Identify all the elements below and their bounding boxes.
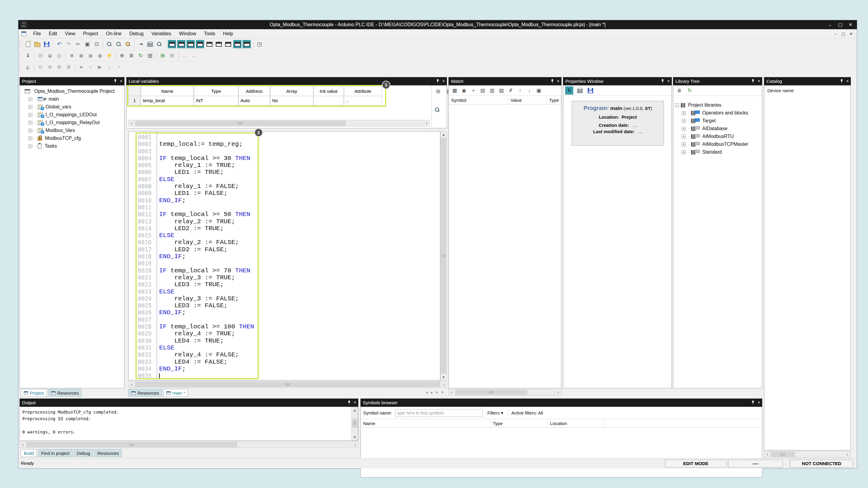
toolbar-handle[interactable] — [20, 63, 22, 71]
tree-item-main[interactable]: +Pmain — [21, 95, 124, 103]
toggle-device-panel-icon[interactable] — [215, 40, 223, 48]
navigate-forward-icon[interactable]: → — [190, 52, 198, 60]
code-line[interactable]: LED2 := TRUE; — [159, 225, 254, 232]
tree-item-global_vars[interactable]: +Global_vars — [21, 103, 124, 111]
call-tree-icon[interactable]: ≣ — [64, 63, 73, 71]
tab-findinproject[interactable]: Find in project — [38, 449, 72, 457]
tab-project[interactable]: Project — [21, 389, 47, 397]
library-root-item[interactable]: −Project libraries — [675, 101, 762, 109]
import-objects-icon[interactable]: ⇥ — [136, 40, 145, 48]
clear-watch-icon[interactable]: ✗ — [507, 87, 515, 95]
code-line[interactable]: LED1 := FALSE; — [159, 190, 254, 197]
code-line[interactable]: ELSE — [159, 344, 254, 351]
find-icon[interactable] — [105, 40, 113, 48]
new-project-icon[interactable] — [24, 40, 32, 48]
expand-icon[interactable]: + — [28, 144, 32, 148]
device-link-icon[interactable]: ⊟ — [36, 52, 44, 60]
code-line[interactable] — [159, 134, 254, 141]
watch-animation-icon[interactable]: ◉ — [77, 52, 85, 60]
tab-build[interactable]: Build — [21, 449, 37, 457]
library-item-aidatabase[interactable]: +AIDatabase — [675, 125, 762, 133]
pin-icon[interactable] — [551, 79, 554, 83]
expand-icon[interactable]: + — [28, 105, 32, 109]
tab-resources[interactable]: Resources — [94, 449, 122, 457]
code-line[interactable]: relay_4 := FALSE; — [159, 351, 254, 358]
find-in-project-icon[interactable] — [124, 40, 132, 48]
tab-list-icon[interactable]: ▾ — [436, 390, 438, 395]
code-line[interactable]: relay_3 := FALSE; — [159, 295, 254, 302]
menu-edit[interactable]: Edit — [45, 29, 61, 38]
close-icon[interactable]: × — [557, 77, 559, 85]
step-into-icon[interactable]: ↓ — [105, 63, 113, 71]
code-line[interactable] — [159, 260, 254, 267]
toolbar-handle[interactable] — [20, 40, 22, 48]
code-line[interactable]: LED1 := TRUE; — [159, 169, 254, 175]
copy-icon[interactable]: ▣ — [83, 40, 91, 48]
pin-icon[interactable] — [436, 79, 439, 83]
library-item-operatorsandblocks[interactable]: +Operators and blocks — [675, 109, 762, 117]
watch-hscrollbar[interactable]: ‹› — [448, 389, 561, 395]
tree-item-modbustcp_cfg[interactable]: +ModbusTCP_cfg — [21, 134, 124, 142]
refresh-library-icon[interactable]: ↻ — [686, 87, 694, 95]
toggle-library-window-icon[interactable] — [187, 40, 195, 48]
menu-window[interactable]: Window — [175, 29, 200, 38]
attach-library-icon[interactable]: ≣ — [675, 87, 683, 95]
toggle-oscilloscope-window-icon[interactable] — [205, 40, 213, 48]
insert-item-icon[interactable]: ▦ — [451, 87, 459, 95]
cell-initvalue[interactable] — [313, 96, 344, 105]
collapse-icon[interactable]: − — [675, 103, 679, 107]
code-line[interactable]: LED3 := FALSE; — [159, 302, 254, 309]
code-line[interactable]: LED4 := TRUE; — [159, 337, 254, 344]
save-watch-as-icon[interactable]: ▧ — [497, 87, 505, 95]
expand-icon[interactable]: + — [682, 142, 686, 147]
quick-connect-icon[interactable]: ⚡ — [105, 52, 113, 60]
code-line[interactable]: LED4 := FALSE; — [159, 358, 254, 365]
simulation-icon[interactable]: ◭ — [24, 63, 32, 71]
grid-mode-icon[interactable]: ⊞ — [168, 52, 176, 60]
code-line[interactable]: IF temp_local >= 70 THEN — [159, 267, 254, 274]
output-hscrollbar[interactable]: ‹› — [20, 441, 358, 448]
project-root-item[interactable]: Opta_Modbus_Thermocouple Project — [21, 87, 124, 95]
tab-main[interactable]: main * — [163, 389, 188, 397]
catalog-hscrollbar[interactable]: ‹› — [764, 451, 851, 458]
tab-resources[interactable]: Resources — [128, 389, 162, 397]
pin-icon[interactable] — [840, 79, 843, 83]
toggle-watch-window-icon[interactable] — [196, 40, 204, 48]
code-line[interactable] — [159, 316, 254, 323]
pin-icon[interactable] — [752, 401, 754, 404]
close-icon[interactable]: × — [354, 398, 356, 407]
pin-icon[interactable] — [114, 79, 117, 83]
close-button[interactable]: ✕ — [845, 22, 856, 27]
cell-attribute[interactable]: .. — [344, 96, 382, 105]
tree-item-tasks[interactable]: +Tasks — [21, 142, 124, 150]
cell-array[interactable]: No — [270, 96, 313, 105]
insert-record-icon[interactable]: ⊞ — [158, 52, 167, 60]
toggle-find-results-icon[interactable] — [243, 40, 251, 48]
minimize-button[interactable]: – — [825, 22, 835, 27]
code-line[interactable]: END_IF; — [159, 365, 254, 372]
toggle-project-window-icon[interactable] — [168, 40, 176, 48]
code-line[interactable]: IF temp_local >= 50 THEN — [159, 211, 254, 218]
code-line[interactable] — [159, 372, 254, 379]
close-icon[interactable]: × — [846, 77, 849, 85]
expand-icon[interactable]: + — [682, 127, 686, 131]
code-line[interactable]: END_IF; — [159, 253, 254, 260]
library-item-aimodbusrtu[interactable]: +AIModbusRTU — [675, 133, 762, 140]
remove-breakpoint-icon[interactable]: ○ — [87, 63, 95, 71]
debug-options-icon[interactable]: ⊛ — [55, 63, 63, 71]
trigger-watch-icon[interactable]: ◉ — [87, 52, 95, 60]
save-properties-icon[interactable] — [586, 87, 594, 95]
code-line[interactable]: relay_1 := TRUE; — [159, 162, 254, 169]
code-line[interactable]: IF temp_local >= 30 THEN — [159, 155, 254, 162]
toggle-cross-reference-icon[interactable] — [224, 40, 232, 48]
code-line[interactable] — [159, 148, 254, 155]
close-icon[interactable]: × — [758, 77, 760, 85]
code-line[interactable]: temp_local:= temp_reg; — [159, 141, 254, 148]
local-variables-hscrollbar[interactable]: ‹› — [128, 120, 430, 127]
download-code-icon[interactable]: ⇓ — [24, 52, 32, 60]
tree-item-i_o_mappings_relayout[interactable]: +I_O_mappings_RelayOut — [21, 119, 124, 127]
editor-vscrollbar[interactable]: ▲▼ — [440, 131, 447, 381]
duplicate-watch-icon[interactable]: ▣ — [535, 87, 543, 95]
print-icon[interactable] — [146, 40, 154, 48]
load-watch-list-icon[interactable]: ▥ — [488, 87, 496, 95]
